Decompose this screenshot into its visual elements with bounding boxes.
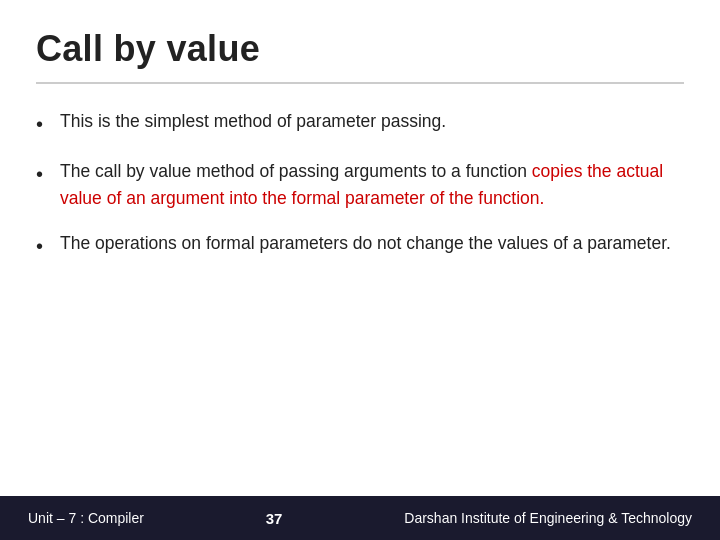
bullet-item-2: • The call by value method of passing ar… [36, 158, 684, 212]
bullet-dot-1: • [36, 109, 60, 140]
bullet-dot-2: • [36, 159, 60, 190]
footer-page-number: 37 [266, 510, 283, 527]
slide-container: Call by value • This is the simplest met… [0, 0, 720, 540]
footer-left-text: Unit – 7 : Compiler [28, 510, 144, 526]
bullet-item-1: • This is the simplest method of paramet… [36, 108, 684, 140]
footer-right-text: Darshan Institute of Engineering & Techn… [404, 510, 692, 526]
slide-footer: Unit – 7 : Compiler 37 Darshan Institute… [0, 496, 720, 540]
bullet-item-3: • The operations on formal parameters do… [36, 230, 684, 262]
bullet-text-2: The call by value method of passing argu… [60, 158, 684, 212]
title-divider [36, 82, 684, 84]
slide-title: Call by value [36, 28, 684, 70]
slide-content: • This is the simplest method of paramet… [36, 108, 684, 540]
bullet-text-1: This is the simplest method of parameter… [60, 108, 684, 135]
bullet-dot-3: • [36, 231, 60, 262]
bullet-text-3: The operations on formal parameters do n… [60, 230, 684, 257]
highlight-text-2: copies the actual value of an argument i… [60, 161, 663, 208]
